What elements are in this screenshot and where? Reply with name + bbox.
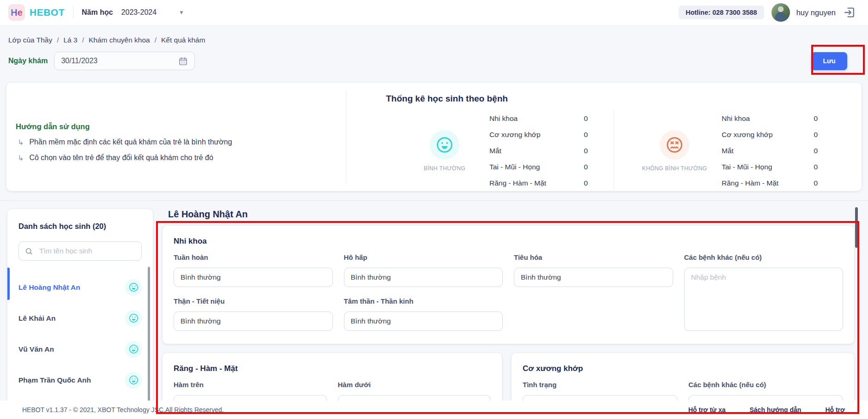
tieu-hoa-input[interactable] — [514, 268, 673, 287]
hebot-logo-icon: He — [8, 4, 25, 21]
copyright-text: HEBOT v1.1.37 - © 2021, XBOT Technology … — [22, 406, 224, 413]
tuan-hoan-input[interactable] — [174, 268, 333, 287]
abnormal-label: KHÔNG BÌNH THƯỜNG — [642, 165, 707, 172]
search-icon — [24, 247, 33, 256]
ho-hap-input[interactable] — [344, 268, 503, 287]
breadcrumb-item-class-list[interactable]: Lớp của Thầy — [8, 36, 52, 44]
disease-stats: Thống kê học sinh theo bệnh BÌNH THƯỜNG … — [346, 83, 862, 191]
student-item[interactable]: Phạm Trần Quốc Anh — [18, 365, 142, 395]
exam-date-input[interactable] — [61, 57, 178, 65]
stat-row: Cơ xương khớp0 — [722, 126, 818, 143]
guide-item-text: Cô chọn vào tên trẻ để thay đổi kết quả … — [29, 154, 213, 162]
stats-group-normal: BÌNH THƯỜNG Nhi khoa0 Cơ xương khớp0 Mắt… — [346, 110, 614, 191]
student-list-panel: Danh sách học sinh (20) Lê Hoàng Nhật An… — [7, 209, 153, 417]
smile-face-icon — [430, 130, 459, 160]
tam-than-than-kinh-input[interactable] — [344, 311, 503, 331]
frown-face-icon — [660, 130, 689, 160]
year-label: Năm học — [82, 8, 113, 17]
stat-row: Tai - Mũi - Họng0 — [722, 159, 818, 175]
field-tieu-hoa: Tiêu hóa — [514, 253, 673, 287]
stat-row: Cơ xương khớp0 — [489, 126, 588, 143]
student-search-field[interactable] — [18, 241, 142, 261]
section-title: Răng - Hàm - Mặt — [174, 364, 491, 373]
return-arrow-icon: ↳ — [18, 154, 24, 162]
student-list-title: Danh sách học sinh (20) — [18, 222, 142, 231]
student-item[interactable]: Vũ Văn An — [18, 334, 142, 365]
breadcrumb: Lớp của Thầy / Lá 3 / Khám chuyên khoa /… — [8, 36, 868, 44]
stats-title: Thống kê học sinh theo bệnh — [386, 94, 862, 104]
stat-row: Nhi khoa0 — [722, 110, 818, 126]
stat-row: Mắt0 — [722, 143, 818, 159]
guide-stats-card: Hướng dẫn sử dụng ↳ Phần mềm mặc định cá… — [6, 83, 862, 191]
guide-item: ↳ Cô chọn vào tên trẻ để thay đổi kết qu… — [16, 154, 346, 162]
exam-date-label: Ngày khám — [8, 57, 48, 65]
main-scrollbar[interactable] — [855, 207, 858, 248]
sidebar-scrollbar[interactable] — [148, 267, 150, 419]
field-than-tiet-nieu: Thận - Tiết niệu — [174, 297, 333, 331]
student-item[interactable]: Lê Hoàng Nhật An — [18, 272, 142, 303]
date-toolbar: Ngày khám Lưu — [8, 52, 860, 70]
breadcrumb-item-class[interactable]: Lá 3 — [64, 36, 78, 44]
school-year-value: 2023-2024 — [121, 8, 157, 17]
breadcrumb-separator: / — [155, 36, 157, 44]
manual-link[interactable]: Sách hướng dẫn — [749, 406, 801, 413]
than-tiet-nieu-input[interactable] — [174, 311, 333, 331]
stat-row: Nhi khoa0 — [489, 110, 588, 126]
breadcrumb-separator: / — [82, 36, 84, 44]
header-divider — [73, 6, 73, 18]
field-ho-hap: Hô hấp — [344, 253, 503, 287]
remote-support-link[interactable]: Hỗ trợ từ xa — [688, 406, 726, 413]
app-header: He HEBOT Năm học 2023-2024 ▼ Hotline: 02… — [0, 0, 868, 25]
exam-result-panel: Lê Hoàng Nhật An Nhi khoa Tuần hoàn Hô h… — [163, 209, 854, 419]
return-arrow-icon: ↳ — [18, 138, 24, 147]
brand-name: HEBOT — [30, 7, 65, 18]
field-tuan-hoan: Tuần hoàn — [174, 253, 333, 287]
username[interactable]: huy nguyen — [796, 8, 836, 17]
smile-status-icon — [125, 279, 142, 296]
normal-label: BÌNH THƯỜNG — [424, 165, 466, 172]
smile-status-icon — [125, 372, 142, 389]
guide-title: Hướng dẫn sử dụng — [16, 122, 346, 131]
breadcrumb-item-current: Kết quả khám — [161, 36, 205, 44]
avatar[interactable] — [772, 3, 790, 22]
guide-item-text: Phần mềm mặc định các kết quả khám của t… — [29, 138, 232, 147]
smile-status-icon — [125, 310, 142, 327]
hotline-badge: Hotline: 028 7300 3588 — [679, 6, 764, 19]
nhi-khoa-card: Nhi khoa Tuần hoàn Hô hấp Tiêu hóa Các b… — [163, 226, 854, 344]
calendar-icon[interactable] — [178, 56, 188, 66]
section-title: Nhi khoa — [174, 237, 843, 246]
usage-guide: Hướng dẫn sử dụng ↳ Phần mềm mặc định cá… — [6, 83, 346, 191]
exam-date-field[interactable] — [54, 52, 195, 70]
student-list: Lê Hoàng Nhật An Lê Khải An Vũ Văn An Ph… — [18, 272, 142, 395]
breadcrumb-item-specialist-exam[interactable]: Khám chuyên khoa — [89, 36, 150, 44]
footer: HEBOT v1.1.37 - © 2021, XBOT Technology … — [0, 401, 868, 419]
field-cac-benh-khac: Các bệnh khác (nếu có) — [684, 253, 844, 331]
student-item[interactable]: Lê Khải An — [18, 303, 142, 334]
stats-group-abnormal: KHÔNG BÌNH THƯỜNG Nhi khoa0 Cơ xương khớ… — [614, 110, 856, 191]
cac-benh-khac-textarea[interactable] — [684, 268, 844, 331]
smile-status-icon — [125, 341, 142, 358]
logout-icon[interactable] — [843, 6, 856, 19]
support-link[interactable]: Hỗ trợ — [825, 406, 845, 413]
active-indicator-bar — [7, 268, 10, 300]
guide-item: ↳ Phần mềm mặc định các kết quả khám của… — [16, 138, 346, 147]
section-title: Cơ xương khớp — [523, 364, 843, 373]
selected-student-name: Lê Hoàng Nhật An — [168, 209, 854, 220]
breadcrumb-separator: / — [57, 36, 59, 44]
school-year-select[interactable]: 2023-2024 ▼ — [121, 8, 184, 17]
field-tam-than-than-kinh: Tâm thần - Thần kinh — [344, 297, 503, 331]
chevron-down-icon: ▼ — [179, 9, 184, 16]
stat-row: Răng - Hàm - Mặt0 — [489, 175, 588, 191]
stat-row: Tai - Mũi - Họng0 — [489, 159, 588, 175]
stat-row: Mắt0 — [489, 143, 588, 159]
student-search-input[interactable] — [39, 247, 136, 255]
save-button[interactable]: Lưu — [811, 52, 847, 70]
stat-row: Răng - Hàm - Mặt0 — [722, 175, 818, 191]
